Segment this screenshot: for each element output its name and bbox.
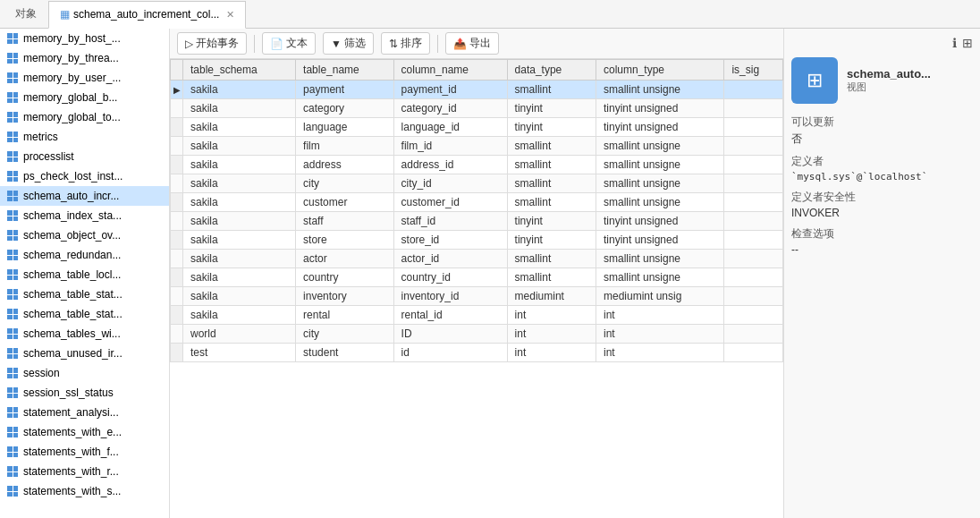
th-data-type[interactable]: data_type xyxy=(507,60,596,81)
sidebar-item-21[interactable]: statements_with_f... xyxy=(0,442,169,462)
table-row[interactable]: teststudentidintint xyxy=(171,344,783,362)
sidebar-item-0[interactable]: memory_by_host_... xyxy=(0,29,169,48)
filter-icon: ▼ xyxy=(331,38,342,50)
th-column-name[interactable]: column_name xyxy=(393,60,507,81)
table-row[interactable]: sakilainventoryinventory_idmediumintmedi… xyxy=(171,287,783,306)
sidebar-item-13[interactable]: schema_table_stat... xyxy=(0,284,169,304)
sidebar-item-icon-8 xyxy=(5,189,20,203)
cell-table_name-2: language xyxy=(296,118,394,137)
sidebar-item-1[interactable]: memory_by_threa... xyxy=(0,48,169,68)
row-indicator-2 xyxy=(171,118,183,137)
text-button[interactable]: 📄 文本 xyxy=(262,32,316,55)
sidebar-item-14[interactable]: schema_table_stat... xyxy=(0,304,169,324)
start-transaction-button[interactable]: ▷ 开始事务 xyxy=(177,32,247,55)
cell-column_name-10: country_id xyxy=(393,268,507,287)
tab-object[interactable]: 对象 xyxy=(4,0,48,28)
cell-column_name-6: customer_id xyxy=(393,193,507,212)
main-area: memory_by_host_...memory_by_threa...memo… xyxy=(0,29,980,518)
sidebar-item-15[interactable]: schema_tables_wi... xyxy=(0,324,169,344)
export-button[interactable]: 📤 导出 xyxy=(445,32,499,55)
cell-is_sig-9 xyxy=(724,250,783,268)
sidebar-item-20[interactable]: statements_with_e... xyxy=(0,422,169,442)
sidebar-item-7[interactable]: ps_check_lost_inst... xyxy=(0,166,169,186)
sidebar-item-label-5: metrics xyxy=(23,131,58,143)
table-row[interactable]: sakilafilmfilm_idsmallintsmallint unsign… xyxy=(171,137,783,156)
sidebar-item-23[interactable]: statements_with_s... xyxy=(0,481,169,501)
cell-data_type-3: smallint xyxy=(507,137,596,156)
sidebar-item-5[interactable]: metrics xyxy=(0,127,169,147)
cell-table_name-11: inventory xyxy=(296,287,394,306)
sidebar-item-2[interactable]: memory_by_user_... xyxy=(0,68,169,88)
cell-column_type-2: tinyint unsigned xyxy=(596,118,723,137)
sidebar-item-label-8: schema_auto_incr... xyxy=(23,190,119,202)
cell-column_name-1: category_id xyxy=(393,99,507,118)
cell-data_type-14: int xyxy=(507,344,596,362)
cell-is_sig-8 xyxy=(724,231,783,250)
th-table-name[interactable]: table_name xyxy=(296,60,394,81)
sidebar-item-12[interactable]: schema_table_locl... xyxy=(0,265,169,284)
cell-column_name-0: payment_id xyxy=(393,81,507,99)
table-row[interactable]: sakilacitycity_idsmallintsmallint unsign… xyxy=(171,174,783,193)
cell-data_type-10: smallint xyxy=(507,268,596,287)
filter-label: 筛选 xyxy=(344,36,366,51)
table-row[interactable]: sakilastaffstaff_idtinyinttinyint unsign… xyxy=(171,212,783,231)
sidebar: memory_by_host_...memory_by_threa...memo… xyxy=(0,29,170,518)
cell-table_schema-7: sakila xyxy=(183,212,296,231)
sidebar-item-label-20: statements_with_e... xyxy=(23,426,122,438)
toolbar-divider-1 xyxy=(254,35,255,53)
cell-column_name-14: id xyxy=(393,344,507,362)
tab-close-icon[interactable]: ✕ xyxy=(226,9,234,21)
sidebar-item-9[interactable]: schema_index_sta... xyxy=(0,206,169,225)
table-row[interactable]: sakilaaddressaddress_idsmallintsmallint … xyxy=(171,156,783,174)
sidebar-item-label-7: ps_check_lost_inst... xyxy=(23,170,122,183)
sort-label: 排序 xyxy=(401,36,422,51)
view-card-name: schema_auto... xyxy=(847,67,973,81)
sidebar-item-16[interactable]: schema_unused_ir... xyxy=(0,344,169,363)
sidebar-item-19[interactable]: statement_analysi... xyxy=(0,403,169,422)
sidebar-item-3[interactable]: memory_global_b... xyxy=(0,88,169,107)
panel-header: ℹ ⊞ xyxy=(791,36,973,50)
th-table-schema[interactable]: table_schema xyxy=(183,60,296,81)
sidebar-item-icon-19 xyxy=(5,405,20,420)
sidebar-item-22[interactable]: statements_with_r... xyxy=(0,462,169,481)
table-row[interactable]: worldcityIDintint xyxy=(171,325,783,344)
table-row[interactable]: ▶sakilapaymentpayment_idsmallintsmallint… xyxy=(171,81,783,99)
sidebar-item-10[interactable]: schema_object_ov... xyxy=(0,225,169,245)
cell-is_sig-12 xyxy=(724,306,783,325)
cell-data_type-5: smallint xyxy=(507,174,596,193)
view-card-icon-bg: ⊞ xyxy=(791,57,838,104)
cell-table_name-6: customer xyxy=(296,193,394,212)
sidebar-item-18[interactable]: session_ssl_status xyxy=(0,383,169,403)
sort-button[interactable]: ⇅ 排序 xyxy=(381,32,430,55)
sidebar-item-11[interactable]: schema_redundan... xyxy=(0,245,169,265)
sidebar-item-4[interactable]: memory_global_to... xyxy=(0,107,169,127)
sidebar-item-8[interactable]: schema_auto_incr... xyxy=(0,186,169,206)
cell-is_sig-5 xyxy=(724,174,783,193)
table-row[interactable]: sakilarentalrental_idintint xyxy=(171,306,783,325)
cell-data_type-0: smallint xyxy=(507,81,596,99)
tab-schema-auto[interactable]: ▦ schema_auto_increment_col... ✕ xyxy=(48,1,246,29)
sidebar-item-17[interactable]: session xyxy=(0,363,169,383)
info-icon[interactable]: ℹ xyxy=(952,36,957,50)
th-column-type[interactable]: column_type xyxy=(596,60,723,81)
table-row[interactable]: sakilastorestore_idtinyinttinyint unsign… xyxy=(171,231,783,250)
table-row[interactable]: sakilaactoractor_idsmallintsmallint unsi… xyxy=(171,250,783,268)
cell-is_sig-11 xyxy=(724,287,783,306)
grid-view-icon[interactable]: ⊞ xyxy=(962,36,973,50)
sidebar-item-icon-11 xyxy=(5,248,20,262)
row-indicator-9 xyxy=(171,250,183,268)
cell-data_type-2: tinyint xyxy=(507,118,596,137)
sidebar-item-icon-3 xyxy=(5,90,20,105)
sidebar-item-label-14: schema_table_stat... xyxy=(23,308,122,320)
table-row[interactable]: sakilacountrycountry_idsmallintsmallint … xyxy=(171,268,783,287)
table-row[interactable]: sakilacategorycategory_idtinyinttinyint … xyxy=(171,99,783,118)
filter-button[interactable]: ▼ 筛选 xyxy=(323,32,374,55)
sidebar-item-6[interactable]: processlist xyxy=(0,147,169,166)
cell-is_sig-14 xyxy=(724,344,783,362)
table-row[interactable]: sakilalanguagelanguage_idtinyinttinyint … xyxy=(171,118,783,137)
sidebar-item-label-12: schema_table_locl... xyxy=(23,268,121,281)
th-is-sig[interactable]: is_sig xyxy=(724,60,783,81)
cell-column_type-1: tinyint unsigned xyxy=(596,99,723,118)
table-row[interactable]: sakilacustomercustomer_idsmallintsmallin… xyxy=(171,193,783,212)
row-indicator-4 xyxy=(171,156,183,174)
